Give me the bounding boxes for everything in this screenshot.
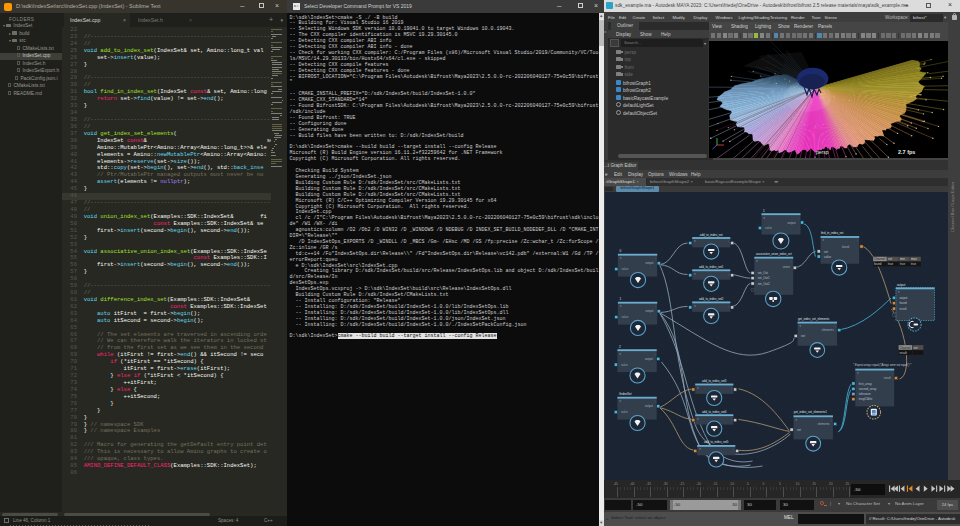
svg-text:output: output bbox=[899, 296, 907, 300]
svg-text:true: true bbox=[900, 262, 906, 266]
svg-text:add_to_index_set: add_to_index_set bbox=[699, 233, 722, 237]
svg-text:set: set bbox=[913, 346, 917, 350]
svg-text:get_index_set_elements1: get_index_set_elements1 bbox=[793, 410, 826, 414]
svg-text:add_to_index_set1: add_to_index_set1 bbox=[698, 265, 723, 269]
svg-text:elements: elements bbox=[817, 422, 829, 426]
svg-text:second_array: second_array bbox=[858, 387, 876, 391]
svg-text:tolerance: tolerance bbox=[858, 392, 870, 396]
svg-text:⋮: ⋮ bbox=[829, 419, 832, 422]
svg-text:output: output bbox=[787, 221, 795, 225]
svg-text:found: found bbox=[899, 301, 907, 305]
svg-text:found: found bbox=[841, 245, 849, 249]
svg-text:⋮: ⋮ bbox=[653, 353, 656, 356]
svg-text:value: value bbox=[620, 410, 627, 414]
svg-text:/IndexSet: /IndexSet bbox=[618, 392, 631, 396]
svg-text:min: min bbox=[900, 257, 905, 261]
svg-text:⋮: ⋮ bbox=[856, 239, 859, 242]
svg-text:⋮: ⋮ bbox=[790, 260, 793, 263]
svg-text:get_index_set_elements: get_index_set_elements bbox=[797, 317, 829, 321]
svg-text:* Expect arrays equal ("Arrays: * Expect arrays equal ("Arrays were not … bbox=[853, 363, 912, 367]
svg-text:result: result bbox=[899, 307, 906, 311]
svg-text:value: value bbox=[824, 255, 831, 259]
svg-text:⋮: ⋮ bbox=[834, 325, 837, 328]
svg-text:⋮: ⋮ bbox=[727, 240, 730, 243]
svg-text:output: output bbox=[644, 404, 652, 408]
svg-text:true: true bbox=[888, 262, 894, 266]
svg-text:set_Out2: set_Out2 bbox=[757, 282, 769, 286]
svg-text:associative_union_index_set: associative_union_index_set bbox=[755, 252, 791, 256]
svg-text:msg/Clblst: msg/Clblst bbox=[858, 397, 872, 401]
svg-text:⋮: ⋮ bbox=[797, 217, 800, 220]
svg-text:true: true bbox=[911, 262, 917, 266]
svg-text:⋮: ⋮ bbox=[931, 291, 934, 294]
svg-text:⋮: ⋮ bbox=[732, 448, 735, 451]
svg-text:Channel: Channel bbox=[874, 257, 886, 261]
svg-text:⋮: ⋮ bbox=[653, 400, 656, 403]
svg-text:value: value bbox=[621, 267, 628, 271]
svg-text:set: set bbox=[801, 334, 805, 338]
svg-text:set: set bbox=[824, 250, 828, 254]
svg-text:set: set bbox=[797, 428, 801, 432]
svg-text:max: max bbox=[911, 257, 917, 261]
svg-text:⋮: ⋮ bbox=[730, 418, 733, 421]
svg-text:output: output bbox=[645, 309, 653, 313]
svg-text:2.7 fps: 2.7 fps bbox=[898, 149, 915, 155]
svg-text:first_array: first_array bbox=[858, 382, 871, 386]
svg-text:⋮: ⋮ bbox=[730, 387, 733, 390]
svg-text:⋮: ⋮ bbox=[891, 372, 894, 375]
svg-text:⋮: ⋮ bbox=[654, 305, 657, 308]
svg-text:add_to_index_set2: add_to_index_set2 bbox=[698, 297, 723, 301]
svg-text:value: value bbox=[620, 363, 627, 367]
svg-text:find_in_index_set: find_in_index_set bbox=[820, 231, 843, 235]
svg-text:persp: persp bbox=[816, 149, 829, 155]
svg-text:Channel: Channel bbox=[899, 346, 911, 350]
svg-text:⋮: ⋮ bbox=[727, 273, 730, 276]
svg-text:value: value bbox=[765, 226, 772, 230]
svg-text:output: output bbox=[644, 357, 652, 361]
svg-text:elements: elements bbox=[821, 328, 833, 332]
svg-text:set: set bbox=[888, 257, 892, 261]
svg-text:output: output bbox=[896, 283, 905, 287]
svg-text:add_to_index_set3: add_to_index_set3 bbox=[701, 379, 726, 383]
svg-text:union: union bbox=[782, 265, 789, 269]
svg-text:found: found bbox=[874, 262, 882, 266]
svg-text:result: result bbox=[899, 351, 907, 355]
svg-text:⋮: ⋮ bbox=[727, 305, 730, 308]
svg-text:output: output bbox=[645, 261, 653, 265]
svg-text:add_to_index_set4: add_to_index_set4 bbox=[701, 410, 726, 414]
svg-text:set_Out: set_Out bbox=[757, 271, 767, 275]
svg-text:⋮: ⋮ bbox=[654, 257, 657, 260]
svg-text:value: value bbox=[621, 315, 628, 319]
svg-text:set_Out1: set_Out1 bbox=[757, 276, 769, 280]
svg-text:result: result bbox=[883, 376, 890, 380]
svg-text:add_to_index_set5: add_to_index_set5 bbox=[703, 440, 728, 444]
